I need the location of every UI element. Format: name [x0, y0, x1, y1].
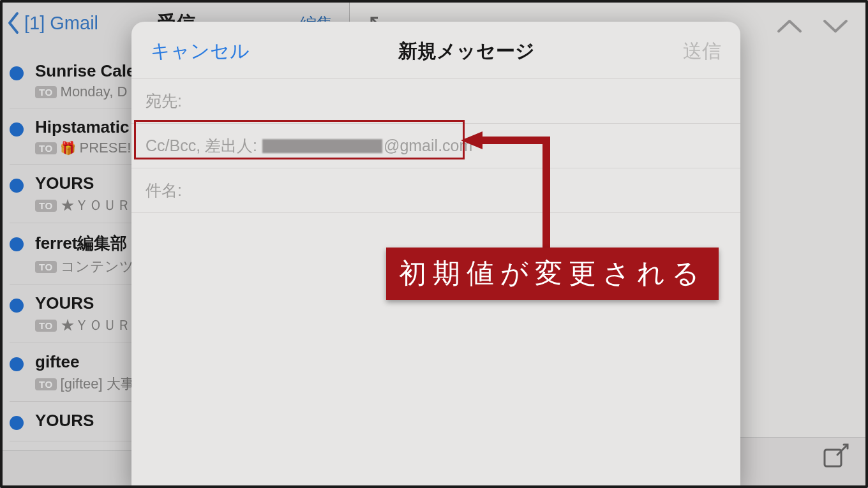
to-badge: TO — [35, 200, 57, 212]
from-address-suffix: @gmail.com — [384, 137, 472, 155]
list-item-preview-text: PRESE! — [80, 140, 131, 156]
list-item-preview-text: [giftee] 大事 — [61, 374, 135, 394]
unread-dot-icon — [10, 179, 24, 193]
to-badge: TO — [35, 86, 57, 98]
to-badge: TO — [35, 378, 57, 390]
list-item-preview-text: ★ＹＯＵＲ — [61, 196, 131, 215]
compose-icon[interactable] — [821, 441, 851, 471]
list-item-preview-text: コンテンツ — [61, 257, 134, 276]
subject-row[interactable]: 件名: — [131, 168, 740, 213]
unread-dot-icon — [10, 357, 24, 371]
to-field-row[interactable]: 宛先: — [131, 78, 740, 123]
unread-dot-icon — [10, 237, 24, 251]
list-item-preview-text: ★ＹＯＵＲ — [61, 316, 131, 335]
annotation-callout: 初期値が変更される — [386, 248, 719, 300]
next-message-icon[interactable] — [822, 17, 849, 38]
send-button[interactable]: 送信 — [683, 38, 721, 64]
unread-dot-icon — [10, 416, 24, 430]
cancel-button[interactable]: キャンセル — [151, 38, 250, 64]
list-item-preview-text: Monday, D — [61, 84, 128, 100]
ccbcc-from-label: Cc/Bcc, 差出人: — [146, 135, 257, 156]
unread-dot-icon — [10, 66, 24, 80]
sheet-title: 新規メッセージ — [398, 38, 535, 64]
to-badge: TO — [35, 142, 57, 154]
gift-icon: 🎁 — [61, 140, 76, 156]
subject-label: 件名: — [146, 180, 182, 201]
unread-dot-icon — [10, 299, 24, 313]
to-label: 宛先: — [146, 91, 182, 112]
from-address-redacted — [262, 139, 382, 153]
to-badge: TO — [35, 320, 57, 332]
ccbcc-from-row[interactable]: Cc/Bcc, 差出人: @gmail.com — [131, 123, 740, 168]
to-badge: TO — [35, 261, 57, 273]
prev-message-icon[interactable] — [776, 17, 803, 38]
back-label[interactable]: [1] Gmail — [24, 13, 98, 34]
unread-dot-icon — [10, 122, 24, 137]
back-chevron-icon[interactable] — [6, 11, 20, 34]
